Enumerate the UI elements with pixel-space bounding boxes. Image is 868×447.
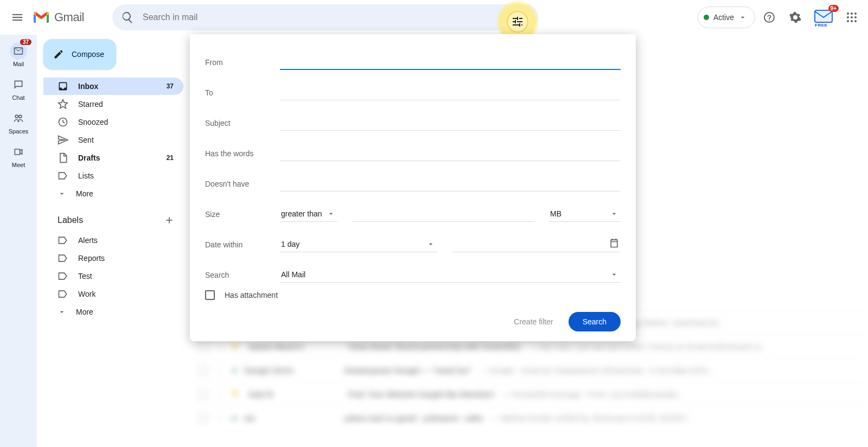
folder-label: Drafts — [78, 154, 100, 162]
extension-badge[interactable]: 9+ FREE — [814, 8, 833, 27]
rail-label: Spaces — [9, 128, 29, 135]
presence-dot-icon — [232, 416, 237, 420]
rail-mail-badge: 37 — [20, 39, 31, 45]
label-reports[interactable]: Reports — [43, 250, 183, 267]
folder-lists[interactable]: Lists — [43, 167, 183, 184]
apps-grid-icon — [845, 11, 858, 24]
label-text: Work — [78, 290, 95, 298]
date-range-select[interactable]: 1 day — [280, 237, 437, 252]
search-submit-button[interactable]: Search — [569, 312, 621, 331]
labels-more[interactable]: More — [43, 303, 183, 321]
subject-input[interactable] — [280, 115, 621, 131]
folder-list: Inbox 37 Starred Snoozed Sent Drafts 21 … — [43, 78, 190, 202]
gmail-logo[interactable]: Gmail — [33, 10, 84, 24]
mail-row[interactable]: ☆meyahoo mail vs gmail - yulimaren - edi… — [190, 406, 868, 430]
folder-label: Snoozed — [78, 118, 108, 126]
important-icon[interactable]: ⯈ — [232, 389, 241, 399]
row-checkbox[interactable] — [199, 389, 208, 399]
mail-icon — [13, 46, 24, 56]
create-filter-button[interactable]: Create filter — [504, 312, 563, 331]
important-icon[interactable]: ⯈ — [232, 342, 241, 352]
star-icon[interactable]: ☆ — [216, 412, 225, 424]
star-icon[interactable]: ☆ — [216, 388, 225, 400]
chevron-down-icon — [58, 189, 66, 198]
to-label: To — [205, 88, 280, 100]
size-operator-value: greater than — [281, 209, 322, 218]
mail-snippet: — Method Sender verified by: BoxGuard 9:… — [491, 414, 693, 423]
size-unit-select[interactable]: MB — [549, 206, 621, 222]
label-test[interactable]: Test — [43, 267, 183, 285]
rail-item-mail[interactable]: 37 Mail — [3, 39, 34, 71]
size-operator-select[interactable]: greater than — [280, 206, 337, 222]
settings-button[interactable] — [783, 5, 807, 29]
svg-point-7 — [847, 20, 849, 22]
support-button[interactable] — [757, 5, 781, 29]
label-alerts[interactable]: Alerts — [43, 232, 183, 249]
pencil-icon — [53, 49, 64, 60]
svg-point-1 — [847, 12, 849, 15]
mail-row[interactable]: ☆⯈Gale R.Fwd: Your Website Caught My Att… — [190, 382, 868, 406]
svg-rect-0 — [815, 10, 832, 22]
size-unit-value: MB — [550, 209, 561, 218]
search-button[interactable] — [117, 7, 138, 28]
labels-header: Labels — [43, 203, 190, 231]
label-icon — [58, 235, 68, 246]
status-text: Active — [713, 13, 734, 22]
has-attachment-checkbox[interactable] — [205, 290, 215, 300]
caret-down-icon — [610, 209, 618, 218]
size-value-input[interactable] — [352, 206, 535, 222]
add-label-button[interactable] — [162, 213, 177, 228]
row-checkbox[interactable] — [199, 413, 208, 423]
to-input[interactable] — [280, 85, 621, 100]
caret-down-icon — [426, 240, 435, 248]
row-checkbox[interactable] — [199, 342, 208, 352]
mail-subject: yahoo mail vs gmail - yulimaren - edits — [344, 414, 483, 423]
folder-label: Inbox — [78, 82, 98, 91]
compose-button[interactable]: Compose — [43, 39, 116, 69]
search-icon — [121, 11, 134, 24]
search-scope-value: All Mail — [281, 270, 305, 279]
folder-starred[interactable]: Starred — [43, 95, 183, 113]
gear-icon — [789, 11, 802, 24]
status-chip[interactable]: Active — [698, 7, 755, 28]
calendar-icon[interactable] — [609, 238, 620, 248]
row-checkbox[interactable] — [199, 366, 208, 375]
mail-snippet: — Google · 'email tax' Ежедневное обновл… — [480, 366, 714, 375]
star-icon[interactable]: ☆ — [216, 365, 225, 376]
main-menu-button[interactable] — [4, 4, 30, 30]
topbar: Gmail Active 9+ FR — [0, 0, 868, 35]
advanced-search-toggle[interactable] — [507, 11, 528, 33]
google-apps-button[interactable] — [840, 5, 864, 29]
clock-icon — [58, 117, 68, 127]
subject-label: Subject — [205, 119, 280, 131]
mail-subject: Оповещение Google — "email tax" — [344, 366, 472, 375]
search-input[interactable] — [138, 12, 534, 22]
folder-more[interactable]: More — [43, 185, 183, 202]
folder-inbox[interactable]: Inbox 37 — [43, 78, 183, 95]
labels-header-text: Labels — [58, 215, 83, 225]
svg-point-3 — [854, 12, 857, 15]
label-work[interactable]: Work — [43, 285, 183, 303]
mail-sender: Google Alerts — [244, 366, 336, 375]
chevron-down-icon — [58, 308, 66, 316]
rail-item-chat[interactable]: Chat — [3, 73, 34, 104]
from-input[interactable] — [280, 54, 621, 70]
rail-label: Mail — [13, 61, 24, 67]
svg-point-9 — [854, 20, 857, 22]
folder-drafts[interactable]: Drafts 21 — [43, 149, 183, 167]
chevron-down-icon — [738, 13, 747, 22]
mail-row[interactable]: ☆Google AlertsОповещение Google — "email… — [190, 358, 868, 382]
labels-list: Alerts Reports Test Work More — [43, 232, 190, 321]
mail-snippet: — Forwarded message · From: Lily email@e… — [502, 390, 684, 399]
search-scope-select[interactable]: All Mail — [280, 267, 621, 283]
doesnt-have-input[interactable] — [280, 176, 621, 191]
folder-snoozed[interactable]: Snoozed — [43, 113, 183, 131]
caret-down-icon — [327, 209, 335, 218]
rail-item-spaces[interactable]: Spaces — [3, 106, 34, 138]
rail-item-meet[interactable]: Meet — [3, 140, 34, 171]
has-words-input[interactable] — [280, 145, 621, 161]
mail-snippet: — Hey Julia, I just saw your article 'Ch… — [528, 342, 767, 351]
date-input[interactable] — [451, 234, 621, 252]
star-icon[interactable]: ☆ — [216, 341, 225, 353]
folder-sent[interactable]: Sent — [43, 131, 183, 149]
